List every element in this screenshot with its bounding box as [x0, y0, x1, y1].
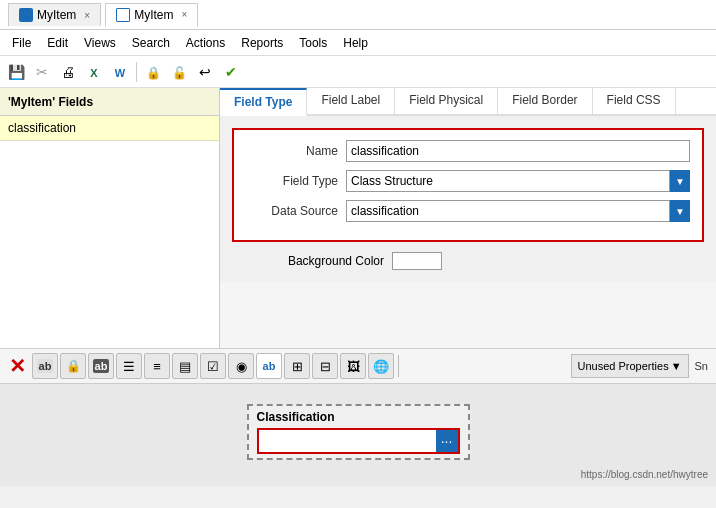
- checkbox-btn[interactable]: ☑: [200, 353, 226, 379]
- image-btn[interactable]: 🖼: [340, 353, 366, 379]
- watermark: https://blog.csdn.net/hwytree: [581, 469, 708, 480]
- list2-icon: ≡: [153, 359, 161, 374]
- unlock-icon: [172, 64, 187, 80]
- menu-actions[interactable]: Actions: [178, 33, 233, 53]
- excel-icon: [90, 64, 97, 80]
- canvas-area: Classification ··· https://blog.csdn.net…: [0, 384, 716, 486]
- delete-button[interactable]: ✕: [4, 353, 30, 379]
- bg-color-swatch[interactable]: [392, 252, 442, 270]
- title-tab1-label: MyItem: [37, 8, 76, 22]
- canvas-field-input-row: ···: [257, 428, 460, 454]
- ab-text-icon: ab: [37, 359, 54, 373]
- menu-tools[interactable]: Tools: [291, 33, 335, 53]
- tabs-bar: Field Type Field Label Field Physical Fi…: [220, 88, 716, 116]
- list-btn[interactable]: ☰: [116, 353, 142, 379]
- sn-label: Sn: [691, 358, 712, 374]
- unused-props-arrow-icon: ▼: [671, 360, 682, 372]
- title-tab2-label: MyItem: [134, 8, 173, 22]
- lock-button[interactable]: [141, 60, 165, 84]
- tab-field-border[interactable]: Field Border: [498, 88, 592, 114]
- field-type-label: Field Type: [246, 174, 346, 188]
- menu-bar: File Edit Views Search Actions Reports T…: [0, 30, 716, 56]
- save-button[interactable]: [4, 60, 28, 84]
- unlock-button[interactable]: [167, 60, 191, 84]
- word-button[interactable]: [108, 60, 132, 84]
- form-row-name: Name: [246, 140, 690, 162]
- tab2-close-icon[interactable]: ×: [182, 9, 188, 20]
- tab-field-label[interactable]: Field Label: [307, 88, 395, 114]
- ab-text-btn[interactable]: ab: [32, 353, 58, 379]
- left-panel-title: 'MyItem' Fields: [8, 95, 93, 109]
- excel-button[interactable]: [82, 60, 106, 84]
- tab-field-type[interactable]: Field Type: [220, 88, 307, 116]
- form-row-field-type: Field Type Class Structure Text Number ▼: [246, 170, 690, 192]
- canvas-input[interactable]: [259, 430, 436, 452]
- bottom-toolbar: ✕ ab 🔒 ab ☰ ≡ ▤ ☑ ◉ ab ⊞ ⊟ 🖼 🌐 Unused Pr…: [0, 348, 716, 384]
- ellipsis-icon: ···: [441, 433, 453, 449]
- canvas-field: Classification ···: [247, 404, 470, 460]
- image-icon: 🖼: [347, 359, 360, 374]
- blocks-icon: ⊟: [320, 359, 331, 374]
- ab2-btn[interactable]: ab: [88, 353, 114, 379]
- item-label-classification: classification: [8, 121, 76, 135]
- menu-reports[interactable]: Reports: [233, 33, 291, 53]
- radio-icon: ◉: [236, 359, 247, 374]
- title-tab-myitem1[interactable]: MyItem ×: [8, 3, 101, 26]
- form-row-data-source: Data Source classification ▼: [246, 200, 690, 222]
- canvas-field-label: Classification: [257, 410, 460, 424]
- name-input[interactable]: [346, 140, 690, 162]
- radio-btn[interactable]: ◉: [228, 353, 254, 379]
- cut-button[interactable]: [30, 60, 54, 84]
- field-type-dropdown-btn[interactable]: ▼: [670, 170, 690, 192]
- title-tab-myitem2[interactable]: MyItem ×: [105, 3, 198, 27]
- app-icon: [19, 8, 33, 22]
- menu-search[interactable]: Search: [124, 33, 178, 53]
- grid-btn[interactable]: ⊞: [284, 353, 310, 379]
- ab3-btn[interactable]: ab: [256, 353, 282, 379]
- left-panel: 'MyItem' Fields classification: [0, 88, 220, 348]
- doc-icon: [116, 8, 130, 22]
- bg-color-label: Background Color: [232, 254, 392, 268]
- ab2-icon: ab: [93, 359, 110, 373]
- data-source-dropdown-btn[interactable]: ▼: [670, 200, 690, 222]
- toolbar: [0, 56, 716, 88]
- left-panel-header: 'MyItem' Fields: [0, 88, 219, 116]
- check-button[interactable]: [219, 60, 243, 84]
- field-type-select[interactable]: Class Structure Text Number: [346, 170, 670, 192]
- tab-field-physical[interactable]: Field Physical: [395, 88, 498, 114]
- list-item-classification[interactable]: classification: [0, 116, 219, 141]
- main-content: 'MyItem' Fields classification Field Typ…: [0, 88, 716, 348]
- menu-help[interactable]: Help: [335, 33, 376, 53]
- form-box: Name Field Type Class Structure Text Num…: [232, 128, 704, 242]
- field-type-select-wrap: Class Structure Text Number ▼: [346, 170, 690, 192]
- list2-btn[interactable]: ≡: [144, 353, 170, 379]
- menu-edit[interactable]: Edit: [39, 33, 76, 53]
- list3-btn[interactable]: ▤: [172, 353, 198, 379]
- tree-btn[interactable]: 🌐: [368, 353, 394, 379]
- form-row-bg: Background Color: [232, 252, 704, 270]
- menu-views[interactable]: Views: [76, 33, 124, 53]
- tree-icon: 🌐: [373, 359, 389, 374]
- lock-yellow-btn[interactable]: 🔒: [60, 353, 86, 379]
- list-icon: ☰: [123, 359, 135, 374]
- print-button[interactable]: [56, 60, 80, 84]
- blocks-btn[interactable]: ⊟: [312, 353, 338, 379]
- data-source-select-wrap: classification ▼: [346, 200, 690, 222]
- toolbar-sep1: [136, 62, 137, 82]
- save-icon: [8, 64, 25, 80]
- undo-button[interactable]: [193, 60, 217, 84]
- data-source-select[interactable]: classification: [346, 200, 670, 222]
- tab-field-css[interactable]: Field CSS: [593, 88, 676, 114]
- menu-file[interactable]: File: [4, 33, 39, 53]
- tab1-close-icon[interactable]: ×: [84, 10, 90, 21]
- unused-props-button[interactable]: Unused Properties ▼: [571, 354, 689, 378]
- grid-icon: ⊞: [292, 359, 303, 374]
- undo-icon: [199, 64, 211, 80]
- right-panel: Field Type Field Label Field Physical Fi…: [220, 88, 716, 348]
- unused-props-label: Unused Properties: [578, 360, 669, 372]
- lock-yellow-icon: 🔒: [66, 359, 81, 373]
- name-label: Name: [246, 144, 346, 158]
- canvas-ellipsis-button[interactable]: ···: [436, 430, 458, 452]
- form-area: Name Field Type Class Structure Text Num…: [220, 116, 716, 282]
- data-source-label: Data Source: [246, 204, 346, 218]
